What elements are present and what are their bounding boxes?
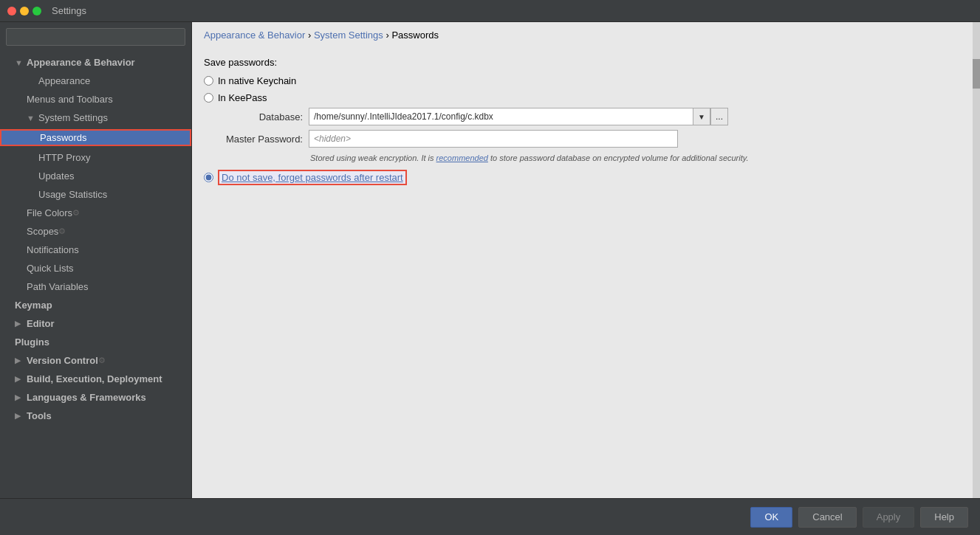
radio-native-keychain-input[interactable] <box>204 76 213 86</box>
tree-item-usage-statistics: Usage Statistics <box>0 185 191 204</box>
breadcrumb-sep1: › <box>308 30 314 41</box>
tree-item-updates: Updates <box>0 167 191 185</box>
tree-item-keymap: Keymap <box>0 296 191 314</box>
sidebar-label-appearance-behavior: Appearance & Behavior <box>27 57 135 68</box>
sidebar-item-languages[interactable]: Languages & Frameworks <box>0 390 191 404</box>
sidebar-item-path-variables[interactable]: Path Variables <box>0 280 191 294</box>
apply-button[interactable]: Apply <box>863 507 915 528</box>
expand-arrow-tools <box>15 411 24 421</box>
expand-arrow-editor <box>15 319 24 328</box>
database-dropdown-button[interactable]: ▼ <box>693 108 710 125</box>
radio-do-not-save-label: Do not save, forget passwords after rest… <box>218 170 407 185</box>
main-content: Appearance & Behavior › System Settings … <box>192 22 973 498</box>
radio-native-keychain[interactable]: In native Keychain <box>204 75 961 86</box>
radio-native-keychain-label: In native Keychain <box>218 75 296 86</box>
tree-item-appearance: Appearance <box>0 72 191 90</box>
sidebar-label-scopes: Scopes <box>27 226 58 237</box>
sidebar-item-usage-statistics[interactable]: Usage Statistics <box>0 187 191 201</box>
sidebar-item-updates[interactable]: Updates <box>0 169 191 183</box>
expand-arrow-languages <box>15 393 24 402</box>
radio-do-not-save-input[interactable] <box>204 173 213 182</box>
database-field-row: Database: /home/sunny/.IntelliJIdea2017.… <box>222 108 961 125</box>
expand-arrow <box>15 58 24 67</box>
sidebar-item-appearance-behavior[interactable]: Appearance & Behavior <box>0 55 191 69</box>
sidebar-item-build[interactable]: Build, Execution, Deployment <box>0 372 191 386</box>
database-label: Database: <box>222 111 303 122</box>
tree-item-notifications: Notifications <box>0 241 191 259</box>
sidebar-item-scopes[interactable]: Scopes ⚙ <box>0 224 191 238</box>
warning-text-end: to store password database on encrypted … <box>488 153 749 162</box>
radio-keepass-input[interactable] <box>204 93 213 103</box>
sidebar-label-keymap: Keymap <box>15 300 52 311</box>
sidebar-label-version-control: Version Control <box>27 355 98 366</box>
master-password-input[interactable] <box>309 130 678 148</box>
sidebar-item-plugins[interactable]: Plugins <box>0 335 191 349</box>
sidebar-item-appearance[interactable]: Appearance <box>0 74 191 88</box>
help-button[interactable]: Help <box>920 507 968 528</box>
database-input-group: /home/sunny/.IntelliJIdea2017.1/config/c… <box>309 108 961 125</box>
bottom-bar: OK Cancel Apply Help <box>0 498 980 535</box>
sidebar-label-updates: Updates <box>38 170 74 182</box>
tree-item-menus-toolbars: Menus and Toolbars <box>0 90 191 108</box>
sidebar-label-tools: Tools <box>27 410 52 421</box>
ok-button[interactable]: OK <box>750 507 792 528</box>
sidebar-item-editor[interactable]: Editor <box>0 317 191 331</box>
tree-item-languages: Languages & Frameworks <box>0 388 191 407</box>
sidebar-label-quick-lists: Quick Lists <box>27 263 74 274</box>
sidebar-item-file-colors[interactable]: File Colors ⚙ <box>0 206 191 220</box>
search-input[interactable] <box>6 28 185 46</box>
tree-item-plugins: Plugins <box>0 333 191 351</box>
window-title: Settings <box>52 5 86 16</box>
sidebar-label-plugins: Plugins <box>15 336 49 348</box>
keepass-fields: Database: /home/sunny/.IntelliJIdea2017.… <box>222 108 961 162</box>
sidebar-label-languages: Languages & Frameworks <box>27 392 146 403</box>
radio-keepass-label: In KeePass <box>218 92 267 103</box>
sidebar-item-http-proxy[interactable]: HTTP Proxy <box>0 151 191 165</box>
title-bar: Settings <box>0 0 980 22</box>
sidebar-label-passwords: Passwords <box>40 132 87 143</box>
sidebar-label-build: Build, Execution, Deployment <box>27 373 162 384</box>
expand-arrow-system-settings <box>27 114 35 122</box>
database-input[interactable]: /home/sunny/.IntelliJIdea2017.1/config/c… <box>309 108 693 125</box>
master-password-field-row: Master Password: <box>222 130 961 148</box>
sidebar-item-keymap[interactable]: Keymap <box>0 298 191 312</box>
tree-item-build: Build, Execution, Deployment <box>0 370 191 388</box>
settings-icon-file-colors: ⚙ <box>72 208 80 218</box>
sidebar: Appearance & Behavior Appearance Menus a… <box>0 22 192 498</box>
content-area: Save passwords: In native Keychain In Ke… <box>192 45 973 498</box>
sidebar-item-quick-lists[interactable]: Quick Lists <box>0 261 191 275</box>
cancel-button[interactable]: Cancel <box>798 507 856 528</box>
tree-item-passwords: Passwords <box>0 127 191 148</box>
radio-do-not-save[interactable]: Do not save, forget passwords after rest… <box>204 170 961 185</box>
minimize-button[interactable] <box>20 7 29 15</box>
scrollbar-area[interactable] <box>973 22 980 498</box>
warning-text: Stored using weak encryption. It is reco… <box>310 153 961 162</box>
sidebar-item-menus-toolbars[interactable]: Menus and Toolbars <box>0 92 191 106</box>
tree-item-file-colors: File Colors ⚙ <box>0 204 191 222</box>
close-button[interactable] <box>7 7 16 15</box>
sidebar-item-tools[interactable]: Tools <box>0 409 191 423</box>
warning-link[interactable]: recommended <box>436 153 488 162</box>
sidebar-item-system-settings[interactable]: System Settings <box>0 111 191 125</box>
tree-item-system-settings: System Settings <box>0 108 191 127</box>
settings-dialog: Appearance & Behavior Appearance Menus a… <box>0 22 980 535</box>
sidebar-item-version-control[interactable]: Version Control ⚙ <box>0 353 191 367</box>
sidebar-item-notifications[interactable]: Notifications <box>0 243 191 257</box>
sidebar-label-file-colors: File Colors <box>27 207 72 218</box>
radio-keepass[interactable]: In KeePass <box>204 92 961 103</box>
settings-icon-scopes: ⚙ <box>58 227 66 236</box>
breadcrumb-part3: Passwords <box>391 30 439 41</box>
tree-item-version-control: Version Control ⚙ <box>0 351 191 370</box>
sidebar-tree: Appearance & Behavior Appearance Menus a… <box>0 52 191 498</box>
tree-item-quick-lists: Quick Lists <box>0 259 191 277</box>
tree-item-tools: Tools <box>0 407 191 425</box>
settings-icon-version-control: ⚙ <box>98 356 106 365</box>
tree-item-http-proxy: HTTP Proxy <box>0 148 191 167</box>
sidebar-label-system-settings: System Settings <box>38 112 108 123</box>
expand-arrow-version-control <box>15 356 24 365</box>
sidebar-item-passwords[interactable]: Passwords <box>0 129 191 146</box>
maximize-button[interactable] <box>32 7 41 15</box>
scrollbar-thumb[interactable] <box>973 59 980 89</box>
window-controls <box>7 7 41 15</box>
database-browse-button[interactable]: ... <box>710 108 728 125</box>
